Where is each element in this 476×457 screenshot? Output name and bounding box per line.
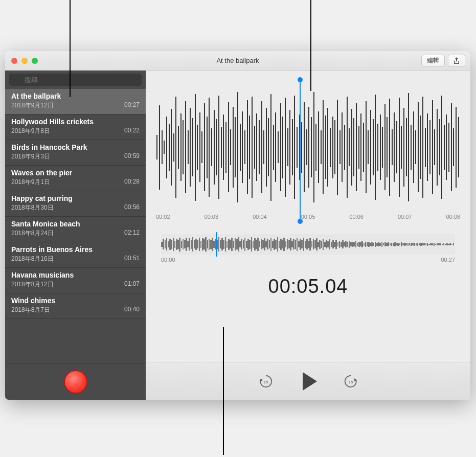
recording-item[interactable]: Happy cat purring 2018年8月30日 00:56 <box>5 191 146 217</box>
recording-duration: 00:51 <box>124 255 140 263</box>
waveform-bar <box>240 124 241 171</box>
waveform-bar <box>311 117 312 178</box>
waveform-bar <box>425 128 426 167</box>
waveform-bar <box>358 126 359 169</box>
waveform-bar <box>368 130 369 164</box>
waveform-bar <box>339 130 341 164</box>
waveform-bar <box>439 119 440 175</box>
playhead-overview[interactable] <box>216 232 217 257</box>
waveform-bar <box>252 97 253 198</box>
overview-bar <box>453 243 455 245</box>
waveform-bar <box>285 98 286 197</box>
waveform-bar <box>360 113 361 181</box>
recording-item[interactable]: Santa Monica beach 2018年8月24日 02:12 <box>5 217 146 242</box>
record-button[interactable] <box>64 370 87 394</box>
recording-date: 2018年8月24日 <box>11 229 54 238</box>
waveform-overview[interactable]: 00:00 00:27 <box>161 234 455 263</box>
waveform-bar <box>280 103 281 191</box>
waveform-bar <box>448 123 449 172</box>
overview-end-time: 00:27 <box>441 257 455 263</box>
waveform-bar <box>289 110 290 184</box>
skip-back-15-button[interactable]: 15 <box>258 373 274 390</box>
edit-button[interactable]: 編輯 <box>421 55 445 67</box>
waveform-bar <box>351 109 352 186</box>
recording-item[interactable]: Parrots in Buenos Aires 2018年8月16日 00:51 <box>5 242 146 268</box>
waveform-bar <box>159 105 160 190</box>
waveform-bar <box>169 124 170 171</box>
waveform-bar <box>396 121 397 173</box>
recording-item[interactable]: Havana musicians 2018年8月12日 01:07 <box>5 268 146 293</box>
waveform-bar <box>259 120 260 174</box>
recording-item[interactable]: Wind chimes 2018年8月7日 00:40 <box>5 293 146 319</box>
recording-duration: 00:59 <box>124 152 140 161</box>
waveform-bar <box>173 133 174 162</box>
waveform-bar <box>304 102 305 192</box>
recording-date: 2018年9月3日 <box>11 152 50 161</box>
waveform-bar <box>171 109 172 186</box>
recording-item[interactable]: Birds in Hancock Park 2018年9月3日 00:59 <box>5 140 146 166</box>
play-button[interactable] <box>303 372 317 391</box>
waveform-bar <box>441 96 442 199</box>
zoom-time-ruler: 00:0200:0300:0400:0500:0600:0700:08 <box>156 209 460 220</box>
recording-item[interactable]: Waves on the pier 2018年9月1日 00:28 <box>5 166 146 191</box>
svg-text:15: 15 <box>263 380 268 384</box>
search-input[interactable] <box>9 74 142 86</box>
titlebar: At the ballpark 編輯 <box>5 51 470 71</box>
waveform-bar <box>344 125 345 170</box>
close-window-button[interactable] <box>11 58 17 64</box>
recording-title: Parrots in Buenos Aires <box>11 245 140 254</box>
waveform-bar <box>273 125 274 170</box>
waveform-bar <box>308 107 309 188</box>
recording-item[interactable]: At the ballpark 2018年9月12日 00:27 <box>5 89 146 115</box>
svg-text:15: 15 <box>348 380 353 384</box>
waveform-bar <box>444 125 445 170</box>
waveform-bar <box>427 113 428 181</box>
recording-title: Birds in Hancock Park <box>11 143 140 151</box>
waveform-bar <box>204 103 205 191</box>
waveform-bar <box>456 107 457 188</box>
waveform-bar <box>292 119 293 175</box>
waveform-bar <box>197 125 198 170</box>
waveform-bar <box>188 130 189 164</box>
waveform-bar <box>223 115 224 180</box>
waveform-bar <box>242 111 243 184</box>
waveform-bar <box>254 126 255 169</box>
overview-start-time: 00:00 <box>161 257 175 263</box>
waveform-bar <box>366 101 367 193</box>
waveform-bar <box>247 100 248 195</box>
waveform-bar <box>451 103 452 191</box>
zoom-window-button[interactable] <box>32 58 38 64</box>
waveform-bar <box>353 118 354 176</box>
minimize-window-button[interactable] <box>21 58 28 64</box>
waveform-bar <box>342 112 343 182</box>
waveform-bar <box>432 100 433 195</box>
waveform-bar <box>199 112 200 182</box>
recording-date: 2018年8月30日 <box>11 203 54 212</box>
waveform-bar <box>195 94 196 201</box>
waveform-bar <box>201 131 202 163</box>
playhead-zoom[interactable] <box>300 80 301 221</box>
waveform-bar <box>401 126 402 169</box>
skip-forward-icon: 15 <box>343 374 358 389</box>
waveform-bar <box>156 135 157 159</box>
waveform-bar <box>192 118 193 176</box>
waveform-bar <box>185 101 186 193</box>
waveform-bar <box>249 116 250 178</box>
skip-forward-15-button[interactable]: 15 <box>343 373 359 390</box>
recording-date: 2018年8月16日 <box>11 255 54 263</box>
share-button[interactable] <box>448 55 465 67</box>
waveform-bar <box>282 117 283 178</box>
waveform-bar <box>382 127 383 167</box>
waveform-bar <box>218 96 219 199</box>
recording-item[interactable]: Hollywood Hills crickets 2018年9月8日 00:22 <box>5 115 146 140</box>
record-bar <box>5 363 146 400</box>
waveform-bar <box>164 141 165 154</box>
recording-duration: 01:07 <box>124 280 140 289</box>
waveform-bar <box>420 116 421 178</box>
waveform-bar <box>294 96 295 199</box>
waveform-bar <box>406 118 407 176</box>
waveform-zoom[interactable]: 00:0200:0300:0400:0500:0600:0700:08 <box>146 71 470 224</box>
waveform-bar <box>422 97 423 198</box>
waveform-bar <box>209 98 210 197</box>
waveform-bar <box>434 129 435 165</box>
